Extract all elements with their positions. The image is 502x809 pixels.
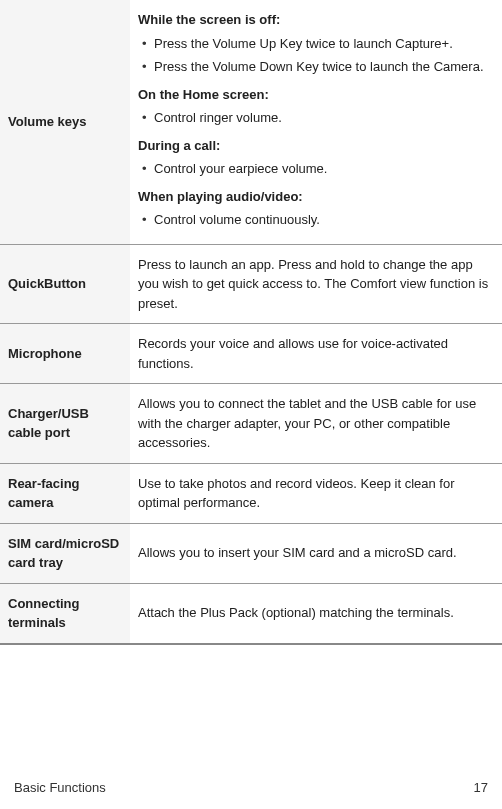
row-label: QuickButton xyxy=(0,244,130,324)
section-header: When playing audio/video: xyxy=(138,187,494,207)
list-item: Control volume continuously. xyxy=(138,210,494,230)
row-label: Charger/USB cable port xyxy=(0,384,130,464)
table-row: Connecting terminalsAttach the Plus Pack… xyxy=(0,583,502,644)
page-footer: Basic Functions 17 xyxy=(14,780,488,795)
table-row: QuickButtonPress to launch an app. Press… xyxy=(0,244,502,324)
list-item: Control your earpiece volume. xyxy=(138,159,494,179)
footer-section: Basic Functions xyxy=(14,780,106,795)
footer-page-number: 17 xyxy=(474,780,488,795)
row-description: Records your voice and allows use for vo… xyxy=(130,324,502,384)
table-row: Rear-facing cameraUse to take photos and… xyxy=(0,463,502,523)
row-description: Attach the Plus Pack (optional) matching… xyxy=(130,583,502,644)
row-label: Volume keys xyxy=(0,0,130,244)
row-label: Rear-facing camera xyxy=(0,463,130,523)
row-description: Use to take photos and record videos. Ke… xyxy=(130,463,502,523)
row-label: Connecting terminals xyxy=(0,583,130,644)
components-table: Volume keysWhile the screen is off:Press… xyxy=(0,0,502,645)
bullet-list: Control your earpiece volume. xyxy=(138,159,494,179)
list-item: Press the Volume Down Key twice to launc… xyxy=(138,57,494,77)
table-row: SIM card/microSD card trayAllows you to … xyxy=(0,523,502,583)
list-item: Control ringer volume. xyxy=(138,108,494,128)
bullet-list: Control volume continuously. xyxy=(138,210,494,230)
page-content: Volume keysWhile the screen is off:Press… xyxy=(0,0,502,645)
section-header: During a call: xyxy=(138,136,494,156)
section-header: While the screen is off: xyxy=(138,10,494,30)
row-label: Microphone xyxy=(0,324,130,384)
table-row: Volume keysWhile the screen is off:Press… xyxy=(0,0,502,244)
bullet-list: Press the Volume Up Key twice to launch … xyxy=(138,34,494,77)
table-row: MicrophoneRecords your voice and allows … xyxy=(0,324,502,384)
row-description: Press to launch an app. Press and hold t… xyxy=(130,244,502,324)
row-label: SIM card/microSD card tray xyxy=(0,523,130,583)
row-description: While the screen is off:Press the Volume… xyxy=(130,0,502,244)
table-row: Charger/USB cable portAllows you to conn… xyxy=(0,384,502,464)
row-description: Allows you to insert your SIM card and a… xyxy=(130,523,502,583)
row-description: Allows you to connect the tablet and the… xyxy=(130,384,502,464)
bullet-list: Control ringer volume. xyxy=(138,108,494,128)
section-header: On the Home screen: xyxy=(138,85,494,105)
list-item: Press the Volume Up Key twice to launch … xyxy=(138,34,494,54)
